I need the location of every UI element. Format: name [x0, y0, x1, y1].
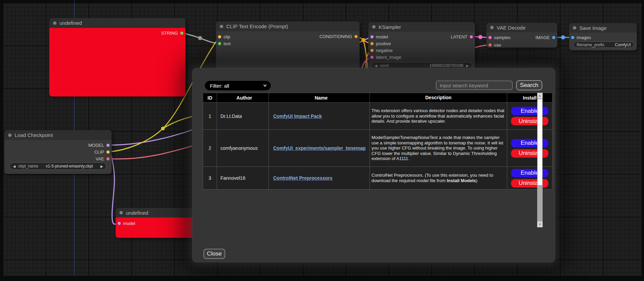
- port-latent-image-icon[interactable]: [370, 56, 374, 59]
- input-slot-clip[interactable]: clip: [218, 34, 230, 40]
- extension-link[interactable]: ControlNet Preprocessors: [273, 175, 332, 181]
- extension-install-cell: EnableUninstall: [507, 130, 552, 167]
- node-title-bar[interactable]: CLIP Text Encode (Prompt): [216, 21, 360, 31]
- scroll-up-icon[interactable]: ▲: [537, 93, 543, 99]
- node-title: undefined: [126, 210, 148, 216]
- enable-button[interactable]: Enable: [511, 169, 549, 178]
- slot-label: clip: [224, 34, 230, 39]
- node-title-bar[interactable]: VAE Decode: [486, 23, 557, 32]
- uninstall-button[interactable]: Uninstall: [511, 179, 549, 188]
- port-positive-icon[interactable]: [370, 42, 374, 45]
- node-status-dot-icon: [119, 211, 123, 214]
- slot-label: STRING: [161, 31, 178, 36]
- port-latent-icon[interactable]: [470, 35, 473, 38]
- node-title: Load Checkpoint: [15, 132, 53, 138]
- enable-button[interactable]: Enable: [511, 106, 549, 116]
- filter-select[interactable]: Filter: all: [205, 81, 271, 90]
- slot-label: CLIP: [94, 150, 104, 155]
- port-clip-out-icon[interactable]: [106, 151, 110, 154]
- input-slot-text[interactable]: text: [218, 40, 231, 47]
- port-model-out-icon[interactable]: [106, 144, 110, 147]
- search-button[interactable]: Search: [516, 80, 542, 90]
- enable-button[interactable]: Enable: [511, 139, 549, 148]
- port-vae-icon[interactable]: [489, 43, 492, 47]
- extension-name-cell: ControlNet Preprocessors: [269, 167, 370, 190]
- node-title-bar[interactable]: Save Image: [569, 23, 637, 33]
- slot-label: images: [577, 35, 591, 40]
- widget-value: v1-5-pruned-emaonly.ckpt: [46, 164, 93, 169]
- node-status-dot-icon: [53, 21, 56, 25]
- widget-value: 156680208700286: [429, 63, 463, 68]
- input-slot-negative[interactable]: negative: [370, 47, 393, 53]
- port-vae-out-icon[interactable]: [106, 157, 110, 160]
- widget-label: seed: [380, 63, 389, 68]
- node-clip-text-encode[interactable]: CLIP Text Encode (Prompt) clip text COND…: [216, 21, 360, 70]
- decrement-arrow-icon[interactable]: ◀: [375, 64, 377, 68]
- port-model-icon[interactable]: [370, 35, 374, 38]
- slot-label: model: [123, 221, 135, 226]
- slot-label: text: [224, 41, 231, 46]
- port-string-icon[interactable]: [180, 32, 183, 35]
- slot-label: negative: [376, 48, 393, 53]
- port-text-icon[interactable]: [218, 42, 221, 45]
- extension-link[interactable]: ComfyUI_experiments/sampler_tonemap: [273, 145, 366, 151]
- port-negative-icon[interactable]: [370, 49, 374, 52]
- input-slot-model[interactable]: model: [370, 34, 388, 40]
- filter-select-wrap: Filter: all: [205, 81, 271, 90]
- node-load-checkpoint[interactable]: Load Checkpoint MODEL CLIP VAE ◀ ckpt_na…: [4, 130, 112, 174]
- extensions-table: IDAuthorNameDescriptionInstall 1Dr.Lt.Da…: [203, 93, 552, 190]
- input-slot-images[interactable]: images: [571, 34, 591, 40]
- search-input[interactable]: [436, 81, 513, 90]
- output-slot-string[interactable]: STRING: [161, 30, 183, 36]
- port-conditioning-icon[interactable]: [354, 35, 358, 38]
- decrement-arrow-icon[interactable]: ◀: [13, 164, 16, 168]
- node-save-image[interactable]: Save Image images filename_prefix ComfyU…: [569, 23, 637, 50]
- node-title-bar[interactable]: Load Checkpoint: [4, 130, 112, 140]
- filename-prefix-widget[interactable]: filename_prefix ComfyUI: [573, 41, 634, 48]
- slot-label: MODEL: [88, 143, 104, 148]
- port-image-icon[interactable]: [552, 36, 555, 39]
- uninstall-button[interactable]: Uninstall: [511, 117, 549, 126]
- port-images-icon[interactable]: [571, 36, 574, 39]
- node-body: samples vae IMAGE: [486, 32, 557, 48]
- extension-author: comfyanonymous: [217, 130, 269, 167]
- port-model-icon[interactable]: [118, 222, 121, 225]
- output-slot-clip[interactable]: CLIP: [94, 149, 110, 155]
- extension-author: Dr.Lt.Data: [217, 103, 269, 130]
- node-title-bar[interactable]: undefined: [49, 18, 185, 28]
- slot-label: latent_image: [376, 55, 401, 60]
- node-ksampler[interactable]: KSampler model positive negative latent_…: [368, 22, 475, 70]
- scrollbar-thumb[interactable]: [537, 99, 543, 186]
- input-slot-positive[interactable]: positive: [370, 40, 391, 47]
- uninstall-button[interactable]: Uninstall: [511, 149, 549, 158]
- port-samples-icon[interactable]: [489, 36, 492, 39]
- input-slot-latent-image[interactable]: latent_image: [370, 54, 401, 60]
- extension-table-area: IDAuthorNameDescriptionInstall 1Dr.Lt.Da…: [203, 93, 543, 227]
- extension-description: ModelSamplerTonemapNoiseTest a node that…: [370, 130, 507, 167]
- ckpt-name-widget[interactable]: ◀ ckpt_name v1-5-pruned-emaonly.ckpt ▶: [10, 162, 106, 170]
- node-body: images filename_prefix ComfyUI: [569, 33, 637, 50]
- output-slot-model[interactable]: MODEL: [88, 142, 110, 148]
- node-title-bar[interactable]: KSampler: [368, 22, 475, 32]
- close-button[interactable]: Close: [203, 249, 225, 259]
- increment-arrow-icon[interactable]: ▶: [100, 164, 103, 168]
- widget-label: ckpt_name: [18, 164, 38, 169]
- extension-link[interactable]: ComfyUI Impact Pack: [273, 113, 322, 119]
- output-slot-image[interactable]: IMAGE: [535, 34, 555, 40]
- table-scrollbar[interactable]: ▲ ▼: [537, 93, 543, 227]
- slot-label: samples: [494, 35, 510, 40]
- port-clip-icon[interactable]: [218, 35, 221, 38]
- node-status-dot-icon: [490, 26, 494, 29]
- node-vae-decode[interactable]: VAE Decode samples vae IMAGE: [486, 23, 557, 48]
- output-slot-conditioning[interactable]: CONDITIONING: [319, 33, 358, 39]
- extension-install-cell: EnableUninstall: [507, 167, 552, 190]
- scroll-down-icon[interactable]: ▼: [537, 222, 543, 227]
- node-undefined-top[interactable]: undefined STRING: [49, 18, 185, 96]
- output-slot-latent[interactable]: LATENT: [451, 34, 473, 40]
- input-slot-vae[interactable]: vae: [489, 42, 501, 48]
- output-slot-vae[interactable]: VAE: [96, 156, 110, 162]
- increment-arrow-icon[interactable]: ▶: [466, 64, 469, 68]
- input-slot-samples[interactable]: samples: [489, 34, 510, 40]
- column-header: Install: [507, 93, 552, 103]
- input-slot-model[interactable]: model: [118, 220, 135, 226]
